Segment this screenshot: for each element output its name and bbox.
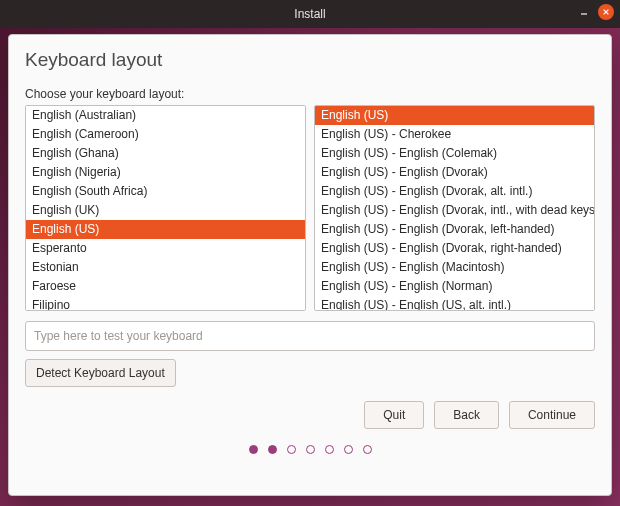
list-item[interactable]: English (US) - English (Dvorak, right-ha… bbox=[315, 239, 594, 258]
quit-button[interactable]: Quit bbox=[364, 401, 424, 429]
progress-dots bbox=[25, 429, 595, 466]
progress-dot bbox=[363, 445, 372, 454]
list-item[interactable]: Faroese bbox=[26, 277, 305, 296]
progress-dot bbox=[306, 445, 315, 454]
list-item[interactable]: English (Ghana) bbox=[26, 144, 305, 163]
titlebar-controls bbox=[576, 4, 614, 20]
choose-layout-label: Choose your keyboard layout: bbox=[25, 87, 595, 101]
list-item[interactable]: English (US) - English (Macintosh) bbox=[315, 258, 594, 277]
back-button[interactable]: Back bbox=[434, 401, 499, 429]
list-item[interactable]: English (US) - Cherokee bbox=[315, 125, 594, 144]
window-title: Install bbox=[294, 7, 325, 21]
list-item[interactable]: English (US) bbox=[315, 106, 594, 125]
list-item[interactable]: English (US) - English (Dvorak, intl., w… bbox=[315, 201, 594, 220]
variant-list[interactable]: English (US)English (US) - CherokeeEngli… bbox=[314, 105, 595, 311]
list-item[interactable]: Esperanto bbox=[26, 239, 305, 258]
list-item[interactable]: English (US) - English (Norman) bbox=[315, 277, 594, 296]
close-icon[interactable] bbox=[598, 4, 614, 20]
list-item[interactable]: Filipino bbox=[26, 296, 305, 311]
list-item[interactable]: English (US) - English (US, alt. intl.) bbox=[315, 296, 594, 311]
language-list[interactable]: English (Australian)English (Cameroon)En… bbox=[25, 105, 306, 311]
progress-dot bbox=[344, 445, 353, 454]
minimize-icon[interactable] bbox=[576, 4, 592, 20]
list-item[interactable]: English (US) - English (Colemak) bbox=[315, 144, 594, 163]
page-title: Keyboard layout bbox=[25, 49, 595, 71]
installer-window: Keyboard layout Choose your keyboard lay… bbox=[8, 34, 612, 496]
detect-layout-button[interactable]: Detect Keyboard Layout bbox=[25, 359, 176, 387]
content-area: Keyboard layout Choose your keyboard lay… bbox=[9, 35, 611, 495]
list-item[interactable]: English (UK) bbox=[26, 201, 305, 220]
progress-dot bbox=[268, 445, 277, 454]
list-item[interactable]: English (Nigeria) bbox=[26, 163, 305, 182]
keyboard-test-input[interactable] bbox=[25, 321, 595, 351]
titlebar: Install bbox=[0, 0, 620, 28]
layout-lists: English (Australian)English (Cameroon)En… bbox=[25, 105, 595, 311]
footer-buttons: Quit Back Continue bbox=[25, 401, 595, 429]
list-item[interactable]: English (US) bbox=[26, 220, 305, 239]
continue-button[interactable]: Continue bbox=[509, 401, 595, 429]
list-item[interactable]: English (Cameroon) bbox=[26, 125, 305, 144]
list-item[interactable]: English (US) - English (Dvorak, alt. int… bbox=[315, 182, 594, 201]
list-item[interactable]: English (US) - English (Dvorak, left-han… bbox=[315, 220, 594, 239]
progress-dot bbox=[287, 445, 296, 454]
progress-dot bbox=[249, 445, 258, 454]
list-item[interactable]: Estonian bbox=[26, 258, 305, 277]
list-item[interactable]: English (Australian) bbox=[26, 106, 305, 125]
progress-dot bbox=[325, 445, 334, 454]
list-item[interactable]: English (South Africa) bbox=[26, 182, 305, 201]
list-item[interactable]: English (US) - English (Dvorak) bbox=[315, 163, 594, 182]
